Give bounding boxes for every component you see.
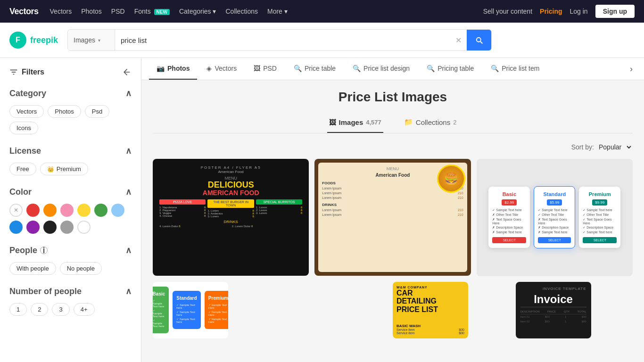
license-section-title[interactable]: License ∧ <box>9 146 132 156</box>
sidebar-header: Filters <box>9 67 132 77</box>
category-chip-photos[interactable]: Photos <box>48 105 81 118</box>
new-badge: NEW <box>154 9 170 15</box>
color-swatch-white[interactable] <box>77 221 91 234</box>
category-chip-icons[interactable]: Icons <box>9 122 38 134</box>
filter-tabs: 📷 Photos ◈ Vectors 🖼 PSD 🔍 Price table 🔍… <box>141 58 644 80</box>
category-section: Category ∧ Vectors Photos Psd Icons <box>9 88 132 134</box>
info-icon[interactable]: i <box>40 247 48 254</box>
filter-tab-pricing-table[interactable]: 🔍 Pricing table <box>419 58 481 80</box>
image-card-pricing-bottom[interactable]: Basic ✓ Sample Text here ✓ Sample Text h… <box>153 282 228 338</box>
color-swatch-orange[interactable] <box>43 204 57 217</box>
premium-col-title: Premium <box>583 191 617 197</box>
image-card-burger-dark[interactable]: POSTER A4 / FLYER A5 American Food MENU … <box>153 159 309 276</box>
number-people-title[interactable]: Number of people ∧ <box>9 286 132 296</box>
color-swatch-lightblue[interactable] <box>111 204 124 217</box>
filters-label: Filters <box>22 68 44 76</box>
people-chips: With people No people <box>9 262 132 275</box>
people-section-title[interactable]: People i ∧ <box>9 245 132 255</box>
basic-select-btn[interactable]: SELECT <box>492 237 526 243</box>
pricing-table-label: Pricing table <box>438 65 474 72</box>
image-card-car-detailing[interactable]: W&M COMPANY CARDETAILINGPRICE LIST BASIC… <box>393 282 468 338</box>
license-chip-premium[interactable]: 👑 Premium <box>40 163 88 175</box>
premium-select-btn[interactable]: SELECT <box>583 237 617 243</box>
search-clear-button[interactable]: ✕ <box>450 36 467 45</box>
filter-tab-price-list-tem[interactable]: 🔍 Price list tem <box>483 58 547 80</box>
images-tab-label: Images <box>339 118 363 126</box>
nav-link-photos[interactable]: Photos <box>81 8 102 15</box>
number-people-label: Number of people <box>9 287 82 296</box>
filter-tab-vectors[interactable]: ◈ Vectors <box>199 58 244 80</box>
category-section-title[interactable]: Category ∧ <box>9 88 132 99</box>
color-swatch-purple[interactable] <box>26 221 40 234</box>
people-count-3[interactable]: 3 <box>52 303 69 316</box>
nav-link-more[interactable]: More ▾ <box>267 8 288 15</box>
bottom-image-grid: Basic ✓ Sample Text here ✓ Sample Text h… <box>153 282 633 338</box>
nav-link-categories[interactable]: Categories ▾ <box>179 8 216 15</box>
license-collapse-icon: ∧ <box>125 146 132 156</box>
color-section-title[interactable]: Color ∧ <box>9 187 132 197</box>
filter-tab-psd[interactable]: 🖼 PSD <box>246 58 284 80</box>
people-label: People <box>9 246 37 255</box>
people-count-2[interactable]: 2 <box>31 303 48 316</box>
page-content-area: Price List Images 🖼 Images 4,577 📁 Colle… <box>141 80 644 348</box>
number-people-section: Number of people ∧ 1 2 3 4+ <box>9 286 132 316</box>
category-label: Category <box>9 89 46 99</box>
price-list-design-label: Price list design <box>363 65 410 72</box>
search-type-selector[interactable]: Images ▾ <box>68 30 115 50</box>
people-chip-with[interactable]: With people <box>9 262 56 275</box>
search-input[interactable] <box>115 30 450 50</box>
color-swatch-yellow[interactable] <box>77 204 91 217</box>
price-list-tem-icon: 🔍 <box>491 65 499 72</box>
color-swatch-blue[interactable] <box>9 221 23 234</box>
basic-col-title: Basic <box>492 191 526 197</box>
category-chip-psd[interactable]: Psd <box>85 105 109 118</box>
license-chip-free[interactable]: Free <box>9 163 36 175</box>
nav-link-collections[interactable]: Collections <box>225 8 257 15</box>
filter-tab-price-table[interactable]: 🔍 Price table <box>286 58 343 80</box>
images-tab-icon: 🖼 <box>329 118 336 126</box>
color-swatch-pink[interactable] <box>60 204 74 217</box>
color-swatch-none[interactable] <box>9 204 23 217</box>
people-count-1[interactable]: 1 <box>9 303 27 316</box>
color-swatch-gray[interactable] <box>60 221 74 234</box>
freepik-logo: F <box>9 32 26 49</box>
license-chips: Free 👑 Premium <box>9 163 132 175</box>
image-card-pricing-table[interactable]: Basic $2.99 ✓ Sample Text here ✗ Other T… <box>477 159 633 276</box>
svg-text:F: F <box>16 36 20 44</box>
nav-login[interactable]: Log in <box>570 8 588 15</box>
people-chip-no[interactable]: No people <box>60 262 102 275</box>
nav-link-psd[interactable]: PSD <box>111 8 125 15</box>
color-collapse-icon: ∧ <box>125 187 132 197</box>
standard-select-btn[interactable]: SELECT <box>538 237 571 243</box>
collections-tab-icon: 📁 <box>404 118 413 126</box>
image-card-invoice[interactable]: INVOICE TEMPLATE Invoice DESCRIPTIONPRIC… <box>516 282 591 338</box>
sidebar-collapse-button[interactable] <box>122 67 132 77</box>
people-count-4plus[interactable]: 4+ <box>74 303 95 316</box>
filter-tab-price-list-design[interactable]: 🔍 Price list design <box>345 58 417 80</box>
filter-tab-photos[interactable]: 📷 Photos <box>149 58 197 80</box>
sort-select[interactable]: Popular Recent Relevant <box>597 143 633 151</box>
search-input-wrapper: Images ▾ ✕ <box>67 29 492 51</box>
pricing-table-icon: 🔍 <box>427 65 435 72</box>
nav-sell-content[interactable]: Sell your content <box>483 8 532 15</box>
image-card-burger-brown[interactable]: MENU American Food FOODS Lorem Ipsum210 … <box>314 159 471 276</box>
color-swatch-red[interactable] <box>26 204 40 217</box>
tabs-scroll-right-button[interactable]: › <box>626 64 636 74</box>
nav-link-vectors[interactable]: Vectors <box>50 8 72 15</box>
nav-link-fonts[interactable]: Fonts NEW <box>134 8 170 15</box>
search-submit-button[interactable] <box>467 30 491 50</box>
nav-brand[interactable]: Vectors <box>9 7 39 16</box>
color-swatch-green[interactable] <box>94 204 107 217</box>
chevron-down-icon: ▾ <box>98 38 100 43</box>
color-swatch-dark[interactable] <box>43 221 57 234</box>
price-list-design-icon: 🔍 <box>353 65 361 72</box>
photos-tab-icon: 📷 <box>157 65 165 72</box>
crown-icon: 👑 <box>47 166 54 173</box>
category-chip-vectors[interactable]: Vectors <box>9 105 44 118</box>
premium-label: Premium <box>57 165 81 173</box>
nav-signup-button[interactable]: Sign up <box>595 5 635 18</box>
price-table-label: Price table <box>305 65 336 72</box>
nav-pricing[interactable]: Pricing <box>540 8 562 15</box>
sub-tab-images[interactable]: 🖼 Images 4,577 <box>327 114 383 133</box>
sub-tab-collections[interactable]: 📁 Collections 2 <box>402 114 459 133</box>
